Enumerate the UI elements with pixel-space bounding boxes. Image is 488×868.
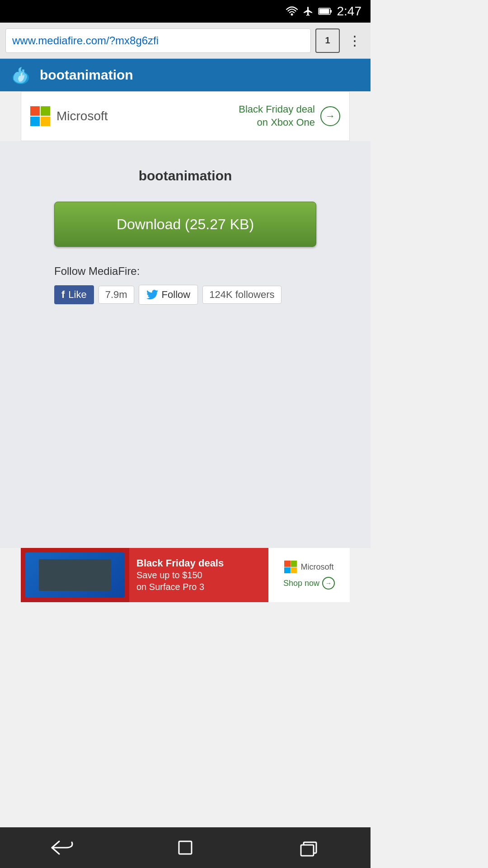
svg-rect-2 (330, 10, 332, 13)
nav-back-button[interactable] (44, 834, 80, 861)
ms-brand-text: Microsoft (56, 109, 108, 123)
menu-icon: ⋮ (348, 33, 361, 48)
ad-bottom-subtitle: Save up to $150on Surface Pro 3 (136, 569, 261, 593)
download-button-label: Download (25.27 KB) (117, 216, 254, 233)
ms-squares-small (284, 561, 297, 573)
battery-icon (318, 7, 333, 16)
status-bar: 2:47 (0, 0, 371, 23)
ad-arrow-icon: → (320, 106, 340, 126)
file-title: bootanimation (139, 168, 232, 184)
ms-sq-small-r (284, 561, 291, 567)
home-icon (175, 838, 195, 858)
wifi-icon (286, 6, 298, 16)
recent-icon (297, 839, 320, 857)
twitter-follow-button[interactable]: Follow (139, 285, 198, 305)
nav-bar (0, 827, 371, 868)
facebook-icon: f (61, 289, 65, 301)
svg-rect-5 (179, 841, 192, 854)
url-text: www.mediafire.com/?mx8g6zfi (12, 34, 159, 47)
ms-brand-small-text: Microsoft (300, 562, 333, 572)
url-base: www.mediafire.com/ (12, 34, 109, 47)
mediafire-logo-icon (9, 63, 33, 87)
ms-sq-small-y (291, 567, 297, 574)
ms-sq-yellow (41, 117, 50, 126)
download-label: Download (117, 216, 181, 232)
back-icon (50, 840, 74, 856)
facebook-like-button[interactable]: f Like (54, 285, 94, 304)
browser-menu-button[interactable]: ⋮ (344, 33, 365, 48)
surface-screen (39, 559, 111, 591)
svg-point-0 (291, 14, 293, 16)
ad-deal-text: Black Friday dealon Xbox One (239, 103, 315, 129)
ad-banner-top[interactable]: Microsoft Black Friday dealon Xbox One → (21, 91, 350, 141)
shop-now-label: Shop now (283, 579, 319, 588)
ms-logo-area: Microsoft (30, 106, 108, 126)
tab-button[interactable]: 1 (315, 28, 340, 53)
mediafire-header: bootanimation (0, 59, 371, 91)
social-buttons: f Like 7.9m Follow 124K followers (54, 285, 316, 305)
content-spacer (0, 412, 371, 548)
twitter-icon (146, 290, 158, 300)
tab-count: 1 (325, 35, 330, 46)
fb-like-label: Like (68, 289, 86, 301)
ms-sq-blue (30, 117, 40, 126)
url-bar[interactable]: www.mediafire.com/?mx8g6zfi (5, 28, 311, 53)
status-time: 2:47 (337, 4, 362, 19)
ms-sq-small-b (284, 567, 291, 574)
ms-sq-red (30, 106, 40, 116)
nav-home-button[interactable] (167, 834, 203, 861)
shop-arrow-icon: → (322, 577, 335, 590)
ad-banner-bottom[interactable]: Black Friday deals Save up to $150on Sur… (21, 548, 350, 602)
ad-bottom-brand: Microsoft Shop now → (268, 548, 350, 602)
twitter-follow-label: Follow (162, 289, 191, 301)
status-icons: 2:47 (286, 4, 362, 19)
browser-bar: www.mediafire.com/?mx8g6zfi 1 ⋮ (0, 23, 371, 59)
mediafire-header-title: bootanimation (40, 67, 133, 83)
facebook-count: 7.9m (99, 286, 134, 304)
svg-rect-7 (301, 845, 314, 856)
ad-deal-area: Black Friday dealon Xbox One → (239, 103, 340, 129)
main-content: bootanimation Download (25.27 KB) Follow… (0, 141, 371, 412)
url-param: ?mx8g6zfi (109, 34, 159, 47)
ad-bottom-text: Black Friday deals Save up to $150on Sur… (129, 557, 268, 593)
svg-rect-3 (319, 9, 329, 14)
ms-logo-small: Microsoft (284, 561, 333, 573)
ms-squares-logo (30, 106, 50, 126)
ad-bottom-image (21, 548, 129, 602)
download-button[interactable]: Download (25.27 KB) (54, 202, 316, 247)
ms-sq-small-g (291, 561, 297, 567)
follow-label: Follow MediaFire: (54, 265, 316, 278)
follow-section: Follow MediaFire: f Like 7.9m Follow 124… (54, 265, 316, 305)
ms-sq-green (41, 106, 50, 116)
nav-recent-button[interactable] (291, 834, 327, 861)
shop-now-button[interactable]: Shop now → (283, 577, 335, 590)
file-size: (25.27 KB) (185, 216, 254, 232)
ad-bottom-title: Black Friday deals (136, 557, 261, 569)
airplane-icon (303, 6, 314, 17)
surface-image (25, 552, 125, 598)
twitter-count: 124K followers (202, 286, 281, 304)
